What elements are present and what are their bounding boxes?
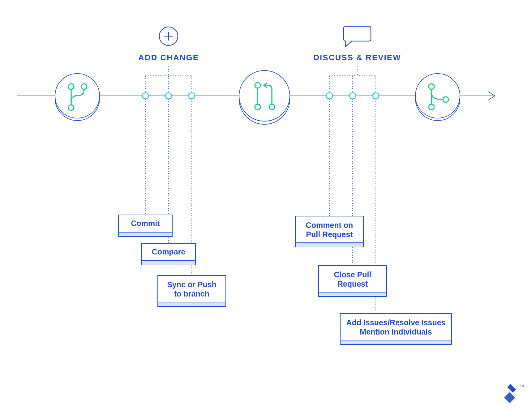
- discuss-review-title: DISCUSS & REVIEW: [313, 53, 401, 62]
- node-branch-start: [55, 74, 100, 121]
- plus-circle-icon: [159, 27, 178, 45]
- svg-text:Pull Request: Pull Request: [306, 230, 353, 239]
- svg-text:Sync or Push: Sync or Push: [167, 280, 217, 289]
- timeline-dot: [142, 93, 148, 99]
- timeline-dot: [373, 93, 379, 99]
- svg-rect-49: [319, 266, 387, 292]
- box-commit: Commit: [118, 215, 172, 237]
- svg-text:Close Pull: Close Pull: [334, 270, 371, 279]
- svg-rect-53: [340, 314, 452, 340]
- section-add-change: ADD CHANGE Commit Compare: [118, 27, 226, 306]
- svg-point-57: [415, 74, 460, 118]
- svg-text:Add Issues/Resolve Issues: Add Issues/Resolve Issues: [346, 318, 446, 327]
- box-compare: Compare: [142, 243, 195, 265]
- svg-text:Request: Request: [337, 280, 368, 288]
- timeline-dot: [189, 93, 195, 99]
- svg-text:to branch: to branch: [174, 289, 209, 298]
- trademark-symbol: ™: [520, 384, 524, 389]
- timeline-dot: [326, 93, 332, 99]
- svg-rect-45: [295, 216, 363, 243]
- speech-bubble-icon: [344, 26, 371, 47]
- node-merge: [415, 74, 460, 121]
- svg-rect-26: [158, 275, 226, 302]
- svg-text:Mention Individuals: Mention Individuals: [360, 327, 432, 336]
- box-issues-mentions: Add Issues/Resolve Issues Mention Indivi…: [340, 314, 452, 344]
- timeline-dot: [165, 93, 172, 99]
- add-change-title: ADD CHANGE: [138, 53, 199, 62]
- svg-point-30: [239, 70, 290, 121]
- svg-text:Comment on: Comment on: [306, 221, 353, 229]
- svg-text:Compare: Compare: [152, 247, 185, 256]
- timeline-dot: [350, 93, 356, 99]
- box-sync-push: Sync or Push to branch: [158, 275, 226, 306]
- node-pull-request: [239, 70, 290, 124]
- section-discuss-review: DISCUSS & REVIEW Comment on Pull Request: [295, 26, 452, 344]
- box-close-pr: Close Pull Request: [319, 266, 387, 297]
- svg-text:Commit: Commit: [131, 219, 160, 228]
- toptal-logo: ™: [504, 384, 524, 403]
- box-comment-pr: Comment on Pull Request: [295, 216, 363, 247]
